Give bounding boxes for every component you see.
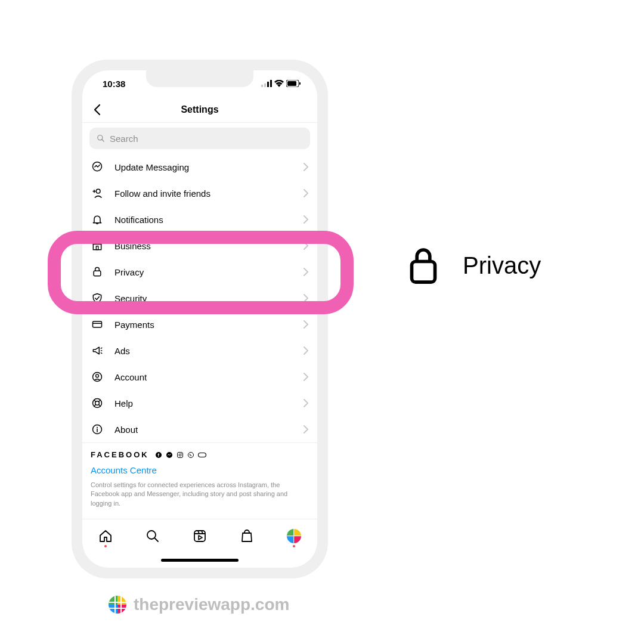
user-icon [91,371,104,383]
facebook-brand-label: FACEBOOK [91,450,149,459]
page-title: Settings [82,104,317,115]
search-icon [145,529,160,543]
row-label: About [114,425,292,435]
row-label: Help [114,398,292,408]
lifebuoy-icon [91,397,104,409]
svg-point-29 [97,427,98,428]
callout: Privacy [408,246,541,285]
home-bar [161,559,239,562]
row-help[interactable]: Help [82,390,317,416]
row-label: Account [114,372,292,382]
svg-rect-37 [198,453,206,457]
info-icon [91,423,104,435]
chevron-right-icon [303,215,309,224]
shop-icon [91,240,104,252]
row-label: Privacy [114,267,292,277]
cellular-icon [261,80,272,87]
row-label: Notifications [114,215,292,225]
row-label: Follow and invite friends [114,188,292,199]
svg-rect-5 [287,81,296,86]
card-icon [91,318,104,330]
messenger-small-icon [166,451,173,459]
chevron-right-icon [303,399,309,407]
row-label: Ads [114,346,292,356]
svg-rect-14 [94,271,101,275]
status-time: 10:38 [103,79,125,89]
reels-icon [193,529,207,543]
row-label: Payments [114,320,292,330]
search-icon [97,134,105,143]
row-account[interactable]: Account [82,364,317,390]
chevron-right-icon [303,294,309,302]
chevron-right-icon [303,346,309,355]
svg-rect-3 [270,80,272,87]
nav-reels[interactable] [192,528,208,544]
attribution: thepreviewapp.com [109,595,289,614]
row-label: Business [114,241,292,251]
chevron-right-icon [303,425,309,434]
battery-icon [286,80,301,87]
svg-point-36 [188,452,193,457]
row-label: Security [114,293,292,304]
search-wrap: Search [82,123,317,154]
row-label: Update Messaging [114,162,292,172]
row-update-messaging[interactable]: Update Messaging [82,154,317,180]
home-icon [98,529,113,543]
svg-rect-15 [93,321,102,327]
svg-point-34 [179,454,181,456]
svg-point-23 [95,401,100,405]
chevron-right-icon [303,268,309,276]
row-notifications[interactable]: Notifications [82,206,317,233]
chevron-right-icon [303,163,309,171]
search-input[interactable]: Search [89,128,310,149]
svg-rect-13 [96,246,98,250]
nav-search[interactable] [145,528,160,544]
lock-icon [408,246,439,285]
attribution-text: thepreviewapp.com [134,595,289,614]
nav-home[interactable] [98,528,113,544]
nav-dot [104,545,107,547]
accounts-centre-link[interactable]: Accounts Centre [91,465,157,475]
bottom-nav [82,519,317,552]
shield-icon [91,292,104,304]
instagram-small-icon [177,451,184,459]
svg-rect-2 [267,82,269,87]
wifi-icon [274,80,284,87]
oculus-small-icon [198,452,206,458]
chevron-right-icon [303,189,309,197]
phone-screen: 10:38 Settings Search Upda [82,70,317,568]
svg-line-39 [154,538,158,541]
svg-point-10 [96,189,100,193]
whatsapp-small-icon [187,451,194,459]
home-indicator [82,552,317,568]
shopping-bag-icon [240,529,254,543]
svg-rect-33 [177,452,182,457]
status-right [261,80,301,87]
row-follow-invite[interactable]: Follow and invite friends [82,180,317,206]
megaphone-icon [91,345,104,357]
facebook-app-icons [155,451,206,459]
row-ads[interactable]: Ads [82,338,317,364]
lock-icon [91,266,104,278]
svg-point-35 [181,453,182,453]
nav-dot [293,545,295,547]
row-payments[interactable]: Payments [82,311,317,338]
nav-profile[interactable] [286,528,302,544]
notch [146,70,253,87]
svg-line-17 [101,348,103,349]
chevron-right-icon [303,373,309,381]
profile-avatar-icon [287,529,301,543]
add-person-icon [91,187,104,199]
previewapp-logo-icon [109,596,126,614]
nav-shop[interactable] [239,528,255,544]
svg-rect-0 [261,85,263,87]
row-security[interactable]: Security [82,285,317,311]
row-privacy[interactable]: Privacy [82,259,317,285]
messenger-icon [91,161,104,173]
svg-rect-6 [299,82,301,85]
facebook-brand-row: FACEBOOK [91,450,309,459]
row-business[interactable]: Business [82,233,317,259]
row-about[interactable]: About [82,416,317,442]
facebook-description: Control settings for connected experienc… [91,481,309,508]
back-button[interactable] [91,103,105,117]
